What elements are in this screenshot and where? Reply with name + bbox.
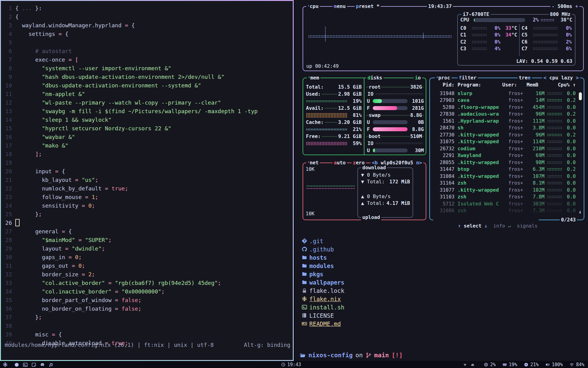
process-row[interactable]: 27903cavafros+14M0.2 [432,97,576,104]
proc-scrollbar[interactable] [579,92,582,100]
code-line[interactable]: 19 [1,159,293,167]
io-mode-button[interactable]: io [414,75,422,81]
info-button[interactable]: info [493,223,505,229]
code-line[interactable]: 28 "$mainMod" = "SUPER"; [1,236,293,244]
signals-button[interactable]: signals [517,223,537,229]
book-icon [300,313,309,318]
discord-icon[interactable] [40,362,45,367]
file-name: modules [309,263,334,269]
proc-sort-selector[interactable]: < cpu lazy > [542,75,580,81]
code-line[interactable]: 13 "swaybg -m fill -i $(find ~/Pictures/… [1,107,293,116]
process-row[interactable]: 31077.kitty-wrappedfros+102M0.0 [432,186,576,194]
interval-plus-button[interactable]: + [575,3,578,9]
code-line[interactable]: 24 sensitivity = 0; [1,201,293,210]
code-line[interactable]: 4 settings = { [1,30,293,38]
volume-icon [545,362,550,367]
code-line[interactable]: 8 "systemctl --user import-environment &… [1,64,293,73]
col-pid[interactable]: Pid: [432,82,454,88]
code-line[interactable]: 35 border_part_of_window = false; [1,296,293,305]
network-tray-icon[interactable] [463,363,467,367]
code-line[interactable]: 15 "hyprctl setcursor Nordzy-cursors 22 … [1,124,293,133]
cloud-icon[interactable] [471,363,475,367]
code-line[interactable]: 32 border_size = 2; [1,270,293,279]
code-line[interactable]: 22 numlock_by_default = true; [1,184,293,193]
code-line[interactable]: 1{ ... }: [1,4,293,13]
code-line[interactable]: 23 follow_mouse = 1; [1,193,293,201]
code-line[interactable]: 5 [1,38,293,47]
net-auto-button[interactable]: auto [333,160,347,166]
code-line[interactable]: 12 "wl-paste --primary --watch wl-copy -… [1,98,293,107]
btop-menu-button[interactable]: menu [333,3,347,10]
process-row[interactable]: 28055.kitty-wrappedfros+98M0.0 [432,159,576,166]
line-number: 12 [1,98,15,107]
process-row[interactable]: 31164zshfros+8.1M0.0 [432,180,576,187]
code-line[interactable]: 7 exec-once = [ [1,56,293,64]
code-line[interactable]: 36 no_border_on_floating = false; [1,305,293,313]
process-row[interactable]: 5712Isolated Web Cfros+303M0.0 [432,200,576,207]
code-line[interactable]: 34 "col.inactive_border" = "0x00000000"; [1,287,293,296]
process-row[interactable]: 27830.audacious-wrafros+96M0.2 [432,111,576,118]
code-line[interactable]: 33 "col.active_border" = "rgb(cba6f7) rg… [1,279,293,287]
col-memb[interactable]: MemB [519,82,538,88]
col-program[interactable]: Program: [458,82,502,88]
process-row[interactable]: 26732codiumfros+210M0.0 [432,145,576,152]
code-line[interactable]: 26 [1,219,293,227]
process-row[interactable]: 5280.floorp-wrappefros+454M0.0 [432,104,576,111]
proc-footer-keys: ↑ select ↓ info ↵ signals [433,217,539,223]
code-line[interactable]: 20 input = { [1,167,293,176]
process-row[interactable]: 28470shfros+3.8M0.0 [432,125,576,132]
code-line[interactable]: 31 gaps_out = 0; [1,262,293,270]
code-line[interactable]: 25 }; [1,210,293,219]
code-line[interactable]: 6 # autostart [1,47,293,56]
browser-icon[interactable] [14,362,19,367]
code-line[interactable]: 17 "mako &" [1,141,293,150]
process-row[interactable]: 27730.kitty-wrappedfros+96M0.2 [432,131,576,138]
cpu-total-percent: 2% [527,17,539,23]
process-row[interactable]: 31075.kitty-wrappedfros+114M0.0 [432,138,576,145]
sort-prev-arrow[interactable]: < [543,75,546,81]
terminal-icon[interactable] [23,362,28,367]
code-line[interactable]: 10 "dbus-update-activation-environment -… [1,81,293,90]
nix-snowflake-icon[interactable] [3,362,8,367]
line-number: 3 [1,21,15,30]
code-line[interactable]: 30 gaps_in = 0; [1,253,293,262]
code-line[interactable]: 16 "waybar &" [1,133,293,141]
code-line[interactable]: 21 kb_layout = "us"; [1,176,293,184]
process-row[interactable]: 31084.kitty-wrappedfros+107M0.0 [432,173,576,180]
code-line[interactable]: 38 [1,322,293,330]
code-line[interactable]: 39 misc = { [1,330,293,339]
proc-filter-button[interactable]: filter [458,75,478,81]
process-row[interactable]: 2291Xwaylandfros+69M0.0 [432,152,576,159]
music-icon[interactable] [49,362,53,367]
taskbar-clock-module[interactable]: 19:43 [281,362,301,367]
process-row[interactable]: 1561.Hyprland-wrapfros+111M0.0 [432,117,576,125]
proc-tree-button[interactable]: tree [518,75,532,81]
taskbar-stats: 2%19%21%100%84% [484,362,584,367]
code-line[interactable]: 3 wayland.windowManager.hyprland = { [1,21,293,30]
disks-title[interactable]: disks [366,75,383,81]
code-line[interactable]: 9 "hash dbus-update-activation-environme… [1,73,293,81]
code-line[interactable]: 27 general = { [1,227,293,236]
code-line[interactable]: 29 layout = "dwindle"; [1,244,293,253]
github-icon [300,247,309,252]
interval-minus-button[interactable]: - [552,3,555,9]
code-line[interactable]: 18 ]; [1,150,293,159]
code-area[interactable]: 1{ ... }:2{3 wayland.windowManager.hyprl… [1,4,293,347]
btop-preset-button[interactable]: preset * [355,3,381,10]
select-button[interactable]: select [464,223,481,229]
code-line[interactable]: 14 "sleep 1 && swaylock" [1,116,293,124]
process-row[interactable]: 31086zshfros+7.3M0.0 [432,207,576,214]
prompt-branch: main [374,351,389,359]
process-row[interactable]: 31948slurpfros+16M0.0 [432,90,576,97]
process-row[interactable]: 31103zshfros+7.8M0.0 [432,194,576,201]
process-row[interactable]: 31447btopfros+6.3M0.2 [432,166,576,173]
col-user[interactable]: User: [502,82,519,88]
scroll-down-arrow[interactable]: ↓ [579,209,582,215]
code-line[interactable]: 37 }; [1,313,293,322]
code-line[interactable]: 2{ [1,13,293,21]
sort-next-arrow[interactable]: > [576,75,579,81]
col-cpu[interactable]: Cpu% [556,82,570,88]
code-line[interactable]: 11 "nm-applet &" [1,90,293,98]
notes-icon[interactable] [32,362,36,367]
file-name: .git [309,238,323,244]
